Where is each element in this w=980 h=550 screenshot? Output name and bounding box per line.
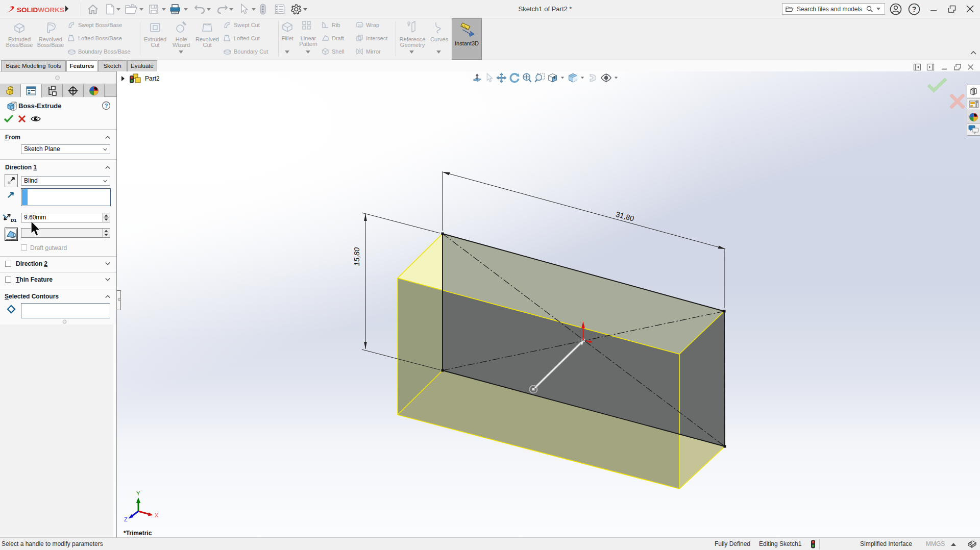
svg-text:15,80: 15,80 [353,247,361,266]
svg-text:D1: D1 [11,218,17,223]
svg-text:Y: Y [136,490,140,496]
svg-text:Z: Z [124,516,128,522]
svg-text:31,80: 31,80 [615,210,635,223]
svg-text:?: ? [912,5,917,13]
svg-text:?: ? [105,103,108,109]
svg-text:X: X [155,512,159,518]
svg-text:3d: 3d [358,23,362,27]
